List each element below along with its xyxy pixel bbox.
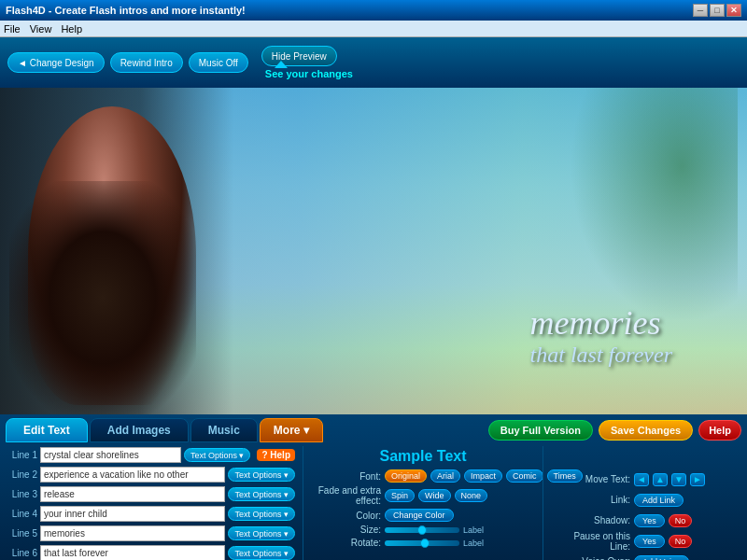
voice-label: Voice Over: <box>551 556 630 560</box>
move-up-button[interactable]: ▲ <box>653 473 668 486</box>
rotate-slider[interactable] <box>385 540 459 546</box>
size-row: Size: Label <box>311 525 535 535</box>
menu-help[interactable]: Help <box>61 23 82 35</box>
pause-yes-button[interactable]: Yes <box>634 535 665 548</box>
tab-edit-text[interactable]: Edit Text <box>6 418 88 442</box>
bottom-panel: Edit Text Add Images Music More ▾ Buy Fu… <box>0 414 747 560</box>
line-row-2: Line 2 Text Options ▾ <box>6 466 295 483</box>
move-left-button[interactable]: ◄ <box>634 473 649 486</box>
rotate-slider-thumb[interactable] <box>420 539 430 548</box>
save-changes-button[interactable]: Save Changes <box>599 420 693 441</box>
preview-area: memories that last forever <box>0 88 747 414</box>
line-label-6: Line 6 <box>6 548 37 558</box>
size-slider-thumb[interactable] <box>417 525 427 535</box>
line-input-2[interactable] <box>40 467 225 483</box>
minimize-button[interactable]: ─ <box>693 4 708 17</box>
line-label-3: Line 3 <box>6 489 37 499</box>
music-off-button[interactable]: Music Off <box>189 52 248 73</box>
move-down-button[interactable]: ▼ <box>671 473 686 486</box>
line-input-1[interactable] <box>40 447 181 463</box>
font-panel: Sample Text Font: Original Arial Impact … <box>311 446 535 560</box>
add-voice-button[interactable]: Add Voice <box>634 555 689 561</box>
link-row: Link: Add Link <box>551 491 741 509</box>
menu-file[interactable]: File <box>4 23 21 35</box>
tab-bar: Edit Text Add Images Music More ▾ Buy Fu… <box>0 414 747 442</box>
font-arial-btn[interactable]: Arial <box>430 469 460 483</box>
line-row-1: Line 1 Text Options ▾ ? Help <box>6 446 295 464</box>
rewind-intro-button[interactable]: Rewind Intro <box>110 52 183 73</box>
add-link-button[interactable]: Add Link <box>634 494 684 507</box>
text-lines-panel: Line 1 Text Options ▾ ? Help Line 2 Text… <box>6 446 295 560</box>
tab-add-images[interactable]: Add Images <box>90 418 189 442</box>
line-row-3: Line 3 Text Options ▾ <box>6 485 295 503</box>
preview-sub-text: that last forever <box>530 343 672 368</box>
line-label-4: Line 4 <box>6 509 37 519</box>
rotate-label: Rotate: <box>311 538 381 548</box>
line-input-5[interactable] <box>40 525 225 541</box>
divider-right <box>543 446 543 560</box>
line-row-5: Line 5 Text Options ▾ <box>6 525 295 542</box>
tab-music[interactable]: Music <box>190 418 258 442</box>
text-options-btn-6[interactable]: Text Options ▾ <box>228 546 295 560</box>
rotate-row: Rotate: Label <box>311 538 535 548</box>
text-options-btn-2[interactable]: Text Options ▾ <box>228 468 295 482</box>
tab-more[interactable]: More ▾ <box>260 418 323 442</box>
text-options-btn-1[interactable]: Text Options ▾ <box>184 448 251 462</box>
pause-row: Pause on this Line: Yes No <box>551 532 741 550</box>
color-row: Color: Change Color <box>311 509 535 522</box>
line-input-6[interactable] <box>40 545 225 560</box>
pause-label: Pause on this Line: <box>551 531 630 552</box>
menu-view[interactable]: View <box>30 23 52 35</box>
line-input-4[interactable] <box>40 506 225 522</box>
shadow-yes-button[interactable]: Yes <box>634 514 665 527</box>
font-original-btn[interactable]: Original <box>385 469 427 483</box>
sample-text-title: Sample Text <box>311 448 535 465</box>
see-changes-text: See your changes <box>265 68 353 79</box>
text-options-btn-3[interactable]: Text Options ▾ <box>228 487 295 501</box>
title-bar: Flash4D - Create Flash intros and more i… <box>0 0 747 21</box>
shadow-label: Shadow: <box>551 515 630 525</box>
text-options-btn-4[interactable]: Text Options ▾ <box>228 507 295 521</box>
color-label: Color: <box>311 511 381 521</box>
line-input-3[interactable] <box>40 486 225 502</box>
move-text-label: Move Text: <box>551 474 630 484</box>
window-controls: ─ □ ✕ <box>693 4 741 17</box>
preview-main-text: memories <box>530 303 672 343</box>
buy-full-version-button[interactable]: Buy Full Version <box>488 420 593 441</box>
text-options-btn-5[interactable]: Text Options ▾ <box>228 526 295 540</box>
size-slider-label: Label <box>463 525 484 535</box>
app-title: Flash4D - Create Flash intros and more i… <box>6 5 246 16</box>
font-impact-btn[interactable]: Impact <box>464 469 502 483</box>
line-label-5: Line 5 <box>6 528 37 539</box>
help-badge[interactable]: ? Help <box>257 449 295 461</box>
rotate-slider-label: Label <box>463 539 484 548</box>
divider-left <box>303 446 303 560</box>
right-panel: Move Text: ◄ ▲ ▼ ► Link: Add Link Shadow… <box>551 446 741 560</box>
pause-no-button[interactable]: No <box>669 535 693 548</box>
size-slider[interactable] <box>385 527 459 533</box>
shadow-row: Shadow: Yes No <box>551 511 741 529</box>
effect-none-btn[interactable]: None <box>455 489 488 502</box>
voice-row: Voice Over: Add Voice <box>551 553 741 560</box>
link-label: Link: <box>551 495 630 505</box>
hide-preview-button[interactable]: Hide Preview <box>261 46 337 66</box>
change-design-button[interactable]: ◄ Change Design <box>7 52 105 73</box>
content-area: Line 1 Text Options ▾ ? Help Line 2 Text… <box>0 442 747 560</box>
close-button[interactable]: ✕ <box>726 4 741 17</box>
move-right-button[interactable]: ► <box>690 473 705 486</box>
shadow-no-button[interactable]: No <box>669 514 693 527</box>
font-comic-btn[interactable]: Comic <box>506 469 543 483</box>
font-row: Font: Original Arial Impact Comic Times <box>311 469 535 483</box>
change-color-button[interactable]: Change Color <box>385 509 454 522</box>
size-slider-container: Label <box>385 525 535 535</box>
effect-spin-btn[interactable]: Spin <box>385 489 415 502</box>
line-row-6: Line 6 Text Options ▾ <box>6 544 295 560</box>
fade-label: Fade and extra effect: <box>311 485 381 506</box>
menu-bar: File View Help <box>0 21 747 37</box>
effect-wide-btn[interactable]: Wide <box>418 489 451 502</box>
fade-row: Fade and extra effect: Spin Wide None <box>311 485 535 506</box>
help-button[interactable]: Help <box>698 420 741 441</box>
line-row-4: Line 4 Text Options ▾ <box>6 505 295 523</box>
maximize-button[interactable]: □ <box>710 4 725 17</box>
person-body <box>9 181 196 414</box>
